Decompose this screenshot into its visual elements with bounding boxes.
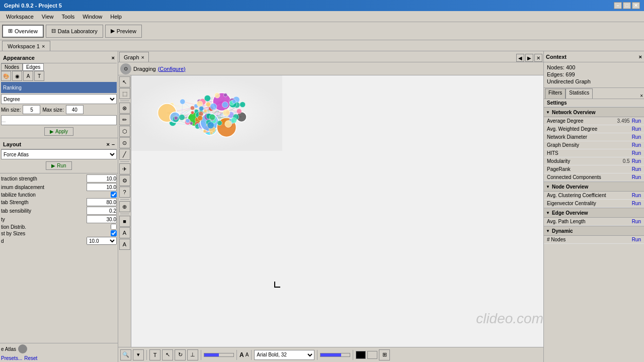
vtool-text[interactable]: A (119, 227, 130, 238)
run-layout-button[interactable]: ▶ Run (46, 161, 71, 170)
param-traction[interactable] (87, 174, 117, 183)
node-label-size-icon[interactable]: T (34, 71, 44, 81)
vtool-select[interactable]: ↖ (119, 76, 130, 87)
nav-next[interactable]: ▶ (525, 54, 533, 62)
run-graph-density[interactable]: Run (632, 142, 641, 148)
stats-close[interactable]: × (640, 93, 643, 99)
param-sizes[interactable] (111, 230, 117, 236)
apply-button[interactable]: ▶ Apply (44, 127, 73, 136)
menu-window[interactable]: Window (78, 13, 106, 21)
max-size-input[interactable] (66, 105, 84, 114)
align-tool[interactable]: ⊥ (187, 349, 198, 360)
node-label-color-icon[interactable]: A (23, 71, 33, 81)
vtool-shape[interactable]: ⬡ (119, 126, 130, 137)
param-d-select[interactable]: 10.0 (87, 237, 117, 245)
search-input[interactable] (1, 115, 117, 125)
vtool-knife[interactable]: ╱ (119, 149, 130, 160)
tab-statistics[interactable]: Statistics (566, 88, 593, 99)
overview-button[interactable]: ⊞ Overview (2, 25, 44, 38)
graph-tab-close[interactable]: × (141, 54, 144, 60)
min-size-input[interactable] (23, 105, 40, 114)
select-tool[interactable]: ↖ (162, 349, 173, 360)
preview-button[interactable]: ▶ Preview (105, 25, 142, 38)
size-row: Min size: Max size: (1, 105, 117, 114)
run-connected[interactable]: Run (632, 174, 641, 180)
nav-prev[interactable]: ◀ (516, 54, 524, 62)
graph-canvas[interactable]: ↖ ⬚ ⊗ ✏ ⬡ ⊙ ╱ ✈ ⚙ ? ⊕ ■ A A (118, 75, 543, 347)
zoom-select[interactable]: ▾ (133, 349, 144, 360)
stat-network-diameter: Network Diameter Run (544, 133, 644, 141)
configure-link[interactable]: (Configure) (158, 66, 186, 72)
workspace-tab[interactable]: Workspace 1 × (2, 41, 50, 51)
vtool-help[interactable]: ? (119, 187, 130, 198)
edge-overview-header[interactable]: Edge Overview (544, 208, 644, 218)
zoom-icon[interactable]: 🔍 (120, 349, 131, 360)
appearance-close[interactable]: × (112, 55, 115, 61)
graph-tab[interactable]: Graph × (119, 52, 149, 62)
ranking-bar: Ranking (1, 82, 117, 93)
vtool-text2[interactable]: A (119, 239, 130, 250)
color-picker[interactable] (356, 351, 366, 359)
run-path-length[interactable]: Run (632, 219, 641, 224)
node-size-icon[interactable]: ◉ (12, 71, 22, 81)
layout-close[interactable]: × (106, 141, 109, 147)
dynamic-header[interactable]: Dynamic (544, 226, 644, 236)
font-size-plus[interactable]: A (239, 351, 244, 358)
font-size-minus[interactable]: A (246, 352, 249, 357)
opacity-slider[interactable] (320, 353, 350, 357)
param-sensibility[interactable] (87, 207, 117, 215)
run-hits[interactable]: Run (632, 150, 641, 156)
tab-edges[interactable]: Edges (23, 63, 44, 71)
reset-link[interactable]: Reset (24, 355, 37, 361)
tab-filters[interactable]: Filters (545, 88, 566, 99)
vtool-plane[interactable]: ✈ (119, 163, 130, 174)
data-laboratory-button[interactable]: ⊟ Data Laboratory (46, 25, 103, 38)
menu-tools[interactable]: Tools (57, 13, 78, 21)
vtool-paint[interactable]: ⊙ (119, 137, 130, 148)
param-stabilize[interactable] (111, 192, 117, 198)
workspace-tab-close[interactable]: × (42, 43, 45, 49)
layout-minimize[interactable]: – (112, 141, 115, 147)
rotate-tool[interactable]: ↻ (175, 349, 186, 360)
menu-help[interactable]: Help (106, 13, 126, 21)
run-avg-degree[interactable]: Run (632, 118, 641, 124)
vtool-world[interactable]: ⊕ (119, 201, 130, 212)
run-eigenvector[interactable]: Run (632, 201, 641, 206)
context-close[interactable]: × (639, 54, 642, 60)
tab-nodes[interactable]: Nodes (1, 63, 23, 71)
more-options[interactable]: ⊞ (379, 349, 390, 360)
param-ty[interactable] (87, 215, 117, 223)
text-tool[interactable]: T (149, 349, 160, 360)
menu-workspace[interactable]: Workspace (2, 13, 38, 21)
run-clustering[interactable]: Run (632, 193, 641, 198)
font-name-select[interactable]: Arial Bold, 32 (254, 350, 314, 360)
vtool-brush[interactable]: ⊗ (119, 103, 130, 114)
vtool-rect-select[interactable]: ⬚ (119, 88, 130, 99)
apply-icon: ▶ (50, 129, 54, 134)
nav-close-panel[interactable]: ✕ (534, 54, 542, 62)
vtool-gear[interactable]: ⚙ (119, 175, 130, 186)
run-pagerank[interactable]: Run (632, 166, 641, 172)
zoom-slider[interactable] (204, 353, 234, 357)
param-displacement[interactable] (87, 183, 117, 191)
vtool-pen[interactable]: ✏ (119, 114, 130, 125)
node-color-icon[interactable]: 🎨 (1, 71, 11, 81)
network-overview-header[interactable]: Network Overview (544, 107, 644, 117)
menu-view[interactable]: View (38, 13, 58, 21)
param-row: tabilize function (1, 192, 117, 198)
run-avg-weighted[interactable]: Run (632, 126, 641, 132)
maximize-button[interactable]: □ (623, 2, 631, 9)
node-overview-header[interactable]: Node Overview (544, 182, 644, 192)
minimize-button[interactable]: – (614, 2, 622, 9)
attribute-select[interactable]: Degree (1, 94, 117, 104)
close-button[interactable]: ✕ (632, 2, 640, 9)
param-tab-strength[interactable] (87, 198, 117, 206)
run-dynamic-nodes[interactable]: Run (632, 237, 641, 242)
stroke-color-picker[interactable] (367, 351, 377, 359)
vtool-square[interactable]: ■ (119, 216, 130, 227)
layout-algo-select[interactable]: Force Atlas (1, 149, 117, 159)
presets-link[interactable]: Presets... (1, 355, 22, 361)
param-distrib[interactable] (111, 224, 117, 230)
run-modularity[interactable]: Run (632, 158, 641, 164)
run-network-diameter[interactable]: Run (632, 134, 641, 140)
